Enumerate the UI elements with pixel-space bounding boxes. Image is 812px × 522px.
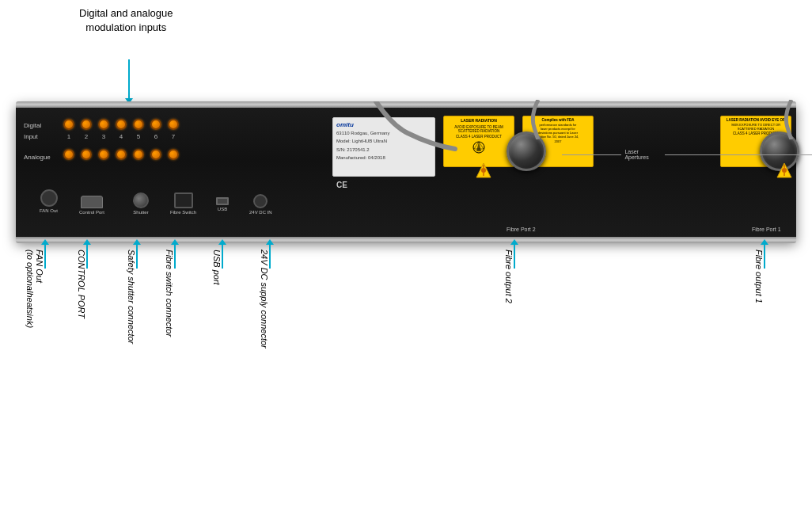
num-3: 3 [98, 133, 109, 140]
cable-port1 [768, 100, 812, 139]
ce-mark: CE [336, 181, 347, 189]
usb-group: USB [216, 197, 229, 211]
analogue-connector-4 [116, 149, 127, 160]
shutter-connector [133, 192, 149, 208]
device-panel: Digital Input Analogue 1 2 3 4 5 6 7 [16, 103, 796, 242]
laser-symbol-2 [776, 162, 793, 182]
modulation-inputs-label: Digital and analogue modulation inputs [79, 7, 173, 33]
usb-arrow-line [222, 245, 223, 269]
shutter-label-text: Safety shutter connector [127, 250, 136, 344]
fibre-switch-label-text: Fibre switch connector [165, 250, 174, 337]
digital-connectors-row [63, 119, 179, 130]
fibre-switch-device-label: Fibre Switch [170, 210, 196, 215]
shutter-arrow-line [136, 245, 138, 269]
fibre-switch-group: Fibre Switch [170, 192, 196, 215]
dc-connector [253, 194, 268, 208]
fibre-switch-arrow-line [174, 245, 176, 269]
control-port-group: Control Port [79, 196, 104, 215]
shutter-bottom-label: Safety shutter connector [127, 250, 136, 344]
fibre1-arrow-line [764, 245, 765, 269]
usb-label-text: USB port [212, 250, 222, 285]
analogue-label: Analogue [24, 154, 51, 161]
analogue-connectors-row [63, 149, 179, 160]
fibre2-bottom-label: Fibre output 2 [504, 250, 514, 303]
num-2: 2 [81, 133, 92, 140]
fan-out-device-label: FAN Out [40, 208, 58, 213]
usb-bottom-label: USB port [212, 250, 222, 285]
num-7: 7 [168, 133, 179, 140]
fibre2-label-text: Fibre output 2 [504, 250, 514, 303]
dc-bottom-label: 24V DC supply connector [260, 250, 269, 349]
fan-out-bottom-label: FAN Out(to optionalheatsink) [25, 250, 44, 376]
fan-out-arrow-line [44, 245, 46, 269]
num-5: 5 [133, 133, 144, 140]
fibre1-bottom-label: Fibre output 1 [754, 250, 764, 303]
usb-connector [216, 197, 229, 205]
top-annotation: Digital and analogue modulation inputs [79, 6, 173, 35]
fan-out-port [40, 189, 58, 207]
num-4: 4 [116, 133, 127, 140]
dc-label-text: 24V DC supply connector [260, 250, 269, 349]
analogue-connector-2 [81, 149, 92, 160]
laser-apertures-group: Laser Apertures [562, 149, 812, 160]
digital-connector-2 [81, 119, 92, 130]
dc-in-group: 24V DC IN [249, 194, 272, 215]
control-port-connector [81, 196, 103, 208]
svg-point-6 [782, 168, 787, 173]
fibre-port-2-device-label: Fibre Port 2 [507, 227, 536, 232]
digital-label: Digital [24, 122, 41, 129]
analogue-connector-7 [168, 149, 179, 160]
shutter-device-label: Shutter [133, 210, 148, 215]
digital-connector-7 [168, 119, 179, 130]
fibre1-label-text: Fibre output 1 [754, 250, 764, 303]
fibre2-arrow-line [514, 245, 515, 269]
digital-connector-6 [150, 119, 161, 130]
digital-connector-5 [133, 119, 144, 130]
svg-point-2 [481, 168, 486, 173]
num-6: 6 [150, 133, 161, 140]
numbers-row: 1 2 3 4 5 6 7 [63, 133, 179, 140]
cable-svg-left [328, 101, 487, 157]
control-port-device-label: Control Port [79, 210, 104, 215]
fibre-switch-bottom-label: Fibre switch connector [165, 250, 174, 337]
input-label: Input [24, 133, 38, 140]
fibre-port-1-device-label: Fibre Port 1 [752, 227, 781, 232]
control-port-bottom-label: CONTROL PORT [77, 250, 86, 318]
fan-out-group: FAN Out [40, 189, 58, 213]
analogue-connector-1 [63, 149, 74, 160]
cable-left [328, 101, 471, 149]
usb-device-label: USB [218, 207, 227, 211]
shutter-group: Shutter [133, 192, 149, 215]
fibre-switch-connector [174, 192, 193, 208]
analogue-connector-5 [133, 149, 144, 160]
digital-connector-1 [63, 119, 74, 130]
digital-connector-4 [116, 119, 127, 130]
cable-port2 [514, 100, 594, 139]
control-port-arrow-line [86, 245, 88, 269]
top-arrow [128, 59, 130, 99]
laser-symbol-1 [475, 162, 492, 182]
analogue-connector-6 [150, 149, 161, 160]
digital-connector-3 [98, 119, 109, 130]
dc-arrow-line [269, 245, 271, 269]
dc-in-device-label: 24V DC IN [249, 210, 272, 215]
control-port-label-text: CONTROL PORT [77, 250, 86, 318]
fan-out-label-text: FAN Out(to optionalheatsink) [25, 250, 44, 328]
analogue-connector-3 [98, 149, 109, 160]
num-1: 1 [63, 133, 74, 140]
laser-apertures-label: Laser Apertures [624, 149, 662, 160]
page: Digital and analogue modulation inputs D… [0, 0, 812, 522]
fibre-port-2-group [507, 131, 546, 171]
